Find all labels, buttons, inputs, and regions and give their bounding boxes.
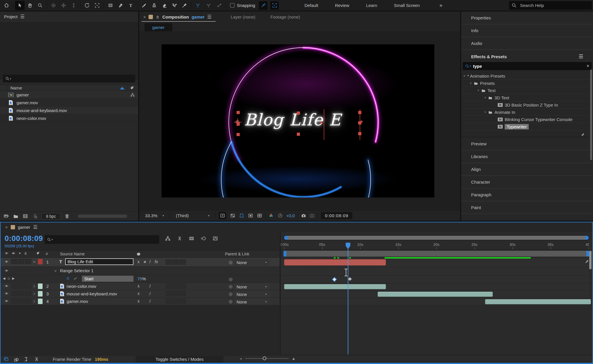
channel-rgb-icon[interactable] <box>268 213 274 218</box>
quality-icon[interactable]: / <box>149 299 151 303</box>
selection-handle[interactable] <box>297 111 300 115</box>
parent-dropdown[interactable]: None▾ <box>234 299 269 305</box>
zoom-slider-knob[interactable] <box>263 356 266 360</box>
layer-duration-bar[interactable] <box>485 299 591 304</box>
panel-header-properties[interactable]: Properties <box>461 12 593 24</box>
panel-menu-icon[interactable]: ☰ <box>579 54 583 60</box>
axis-mode-local-axis[interactable] <box>193 1 203 10</box>
tab-layer[interactable]: Layer (none) <box>231 14 255 19</box>
snapping-checkbox[interactable] <box>230 3 235 8</box>
show-snapshot-icon[interactable] <box>309 213 315 218</box>
collapse-icon[interactable] <box>143 260 147 264</box>
tool-puppet-pin[interactable] <box>180 1 189 10</box>
panel-header-paragraph[interactable]: Paragraph <box>461 189 593 201</box>
graph-editor-icon[interactable] <box>213 236 218 241</box>
zoom-in-mountain-icon[interactable]: ▲ <box>292 356 296 361</box>
mask-visibility-icon[interactable] <box>239 213 244 218</box>
timeline-timecode[interactable]: 0:00:08:09 <box>5 234 43 243</box>
pick-whip-icon[interactable]: ◎ <box>229 260 233 265</box>
layer-name-edit[interactable] <box>65 258 133 265</box>
exposure-value[interactable]: +0,0 <box>286 213 295 218</box>
panel-header-libraries[interactable]: Libraries <box>461 150 593 163</box>
new-preset-corner-icon[interactable] <box>579 131 585 136</box>
horizontal-scrollbar[interactable] <box>78 215 127 218</box>
workspace-tab-review[interactable]: Review <box>327 3 357 8</box>
panel-header-info[interactable]: Info <box>461 24 593 37</box>
proxy-icon[interactable] <box>32 213 38 219</box>
workspace-tab-small-screen[interactable]: Small Screen <box>387 3 427 8</box>
time-ruler[interactable]: 0:00s05s10s15s20s25s30s35s40s <box>281 242 589 250</box>
workspace-overflow-button[interactable]: » <box>440 2 442 8</box>
frame-blend-icon[interactable] <box>189 236 194 241</box>
chevron-down-icon[interactable]: ˅ <box>470 82 472 85</box>
interpret-footage-icon[interactable] <box>3 213 9 219</box>
speaker-icon[interactable] <box>12 251 15 255</box>
tool-rectangle[interactable] <box>106 1 115 10</box>
start-value[interactable]: 75% <box>137 276 146 281</box>
cube-icon[interactable] <box>137 252 140 256</box>
tool-pan-camera[interactable] <box>59 1 68 10</box>
zoom-out-mountain-icon[interactable]: ▲ <box>240 357 242 360</box>
timeline-search[interactable]: ▾ <box>45 235 159 244</box>
quality-icon[interactable]: / <box>149 284 151 288</box>
start-property-label[interactable]: Start <box>82 276 133 282</box>
tab-composition[interactable]: × Composition gamer ☰ <box>139 12 216 22</box>
selection-handle[interactable] <box>358 111 361 114</box>
parent-link-column[interactable]: Parent & Link <box>225 252 249 256</box>
tool-roto-brush[interactable] <box>170 1 179 10</box>
project-item-row[interactable]: gamer <box>0 91 138 99</box>
property-graph-icon[interactable] <box>74 277 77 280</box>
panel-header-align[interactable]: Align <box>461 163 593 176</box>
selection-handle[interactable] <box>237 133 240 136</box>
tool-camera[interactable] <box>92 1 102 10</box>
next-keyframe-icon[interactable]: ▶ <box>12 277 14 280</box>
selection-handle[interactable] <box>237 111 240 114</box>
resolution-dropdown[interactable]: (Third)▾ <box>173 212 213 220</box>
timeline-zoom-slider[interactable]: ▲ ▲ <box>240 356 296 361</box>
layer-row-1[interactable]: 1 T / fx ◎ None▾ <box>1 258 279 267</box>
panel-header-audio[interactable]: Audio <box>461 37 593 50</box>
panel-menu-icon[interactable]: ☰ <box>33 224 37 230</box>
chevron-down-icon[interactable] <box>32 260 36 264</box>
shy-icon[interactable] <box>137 260 140 264</box>
shy-icon[interactable] <box>34 356 39 362</box>
chevron-down-icon[interactable]: ˅ <box>477 89 479 92</box>
graph-row[interactable] <box>281 267 589 276</box>
vertical-scrollbar[interactable] <box>590 69 592 160</box>
tree-item-blinking-cursor-typewriter-console[interactable]: fxBlinking Cursor Typewriter Console <box>461 116 589 123</box>
panel-header-preview[interactable]: Preview <box>461 138 593 150</box>
project-column-header[interactable]: Name <box>0 85 138 91</box>
project-item-row[interactable]: mouse-and-keyboard.mov <box>0 107 138 114</box>
quality-icon[interactable]: / <box>149 291 151 296</box>
tool-dolly-camera[interactable] <box>69 1 78 10</box>
venn-icon[interactable] <box>14 356 19 362</box>
canvas-title-text[interactable]: Blog Life E <box>162 110 429 129</box>
project-item-row[interactable]: gamer.mov <box>0 99 138 107</box>
tree-item-3d-text[interactable]: ˅3D Text <box>461 94 589 101</box>
bit-depth-button[interactable]: 8 bpc <box>42 213 60 220</box>
shy-icon[interactable] <box>137 284 140 288</box>
stopwatch-icon[interactable] <box>66 277 70 280</box>
comp-flowchart-icon[interactable] <box>130 93 135 97</box>
layer-row-4[interactable]: 4 gamer.mov / ◎ None▾ <box>1 298 279 305</box>
grid-guides-icon[interactable] <box>257 213 262 218</box>
layer-duration-bar[interactable] <box>284 259 386 266</box>
chevron-right-icon[interactable] <box>32 299 36 303</box>
tool-zoom[interactable] <box>35 1 45 10</box>
tool-stamp[interactable] <box>149 1 159 10</box>
tool-hand[interactable] <box>25 1 35 10</box>
panel-header-character[interactable]: Character <box>461 176 593 189</box>
tool-brush[interactable] <box>139 1 149 10</box>
region-of-interest-icon[interactable] <box>248 213 253 218</box>
quality-icon[interactable]: / <box>149 259 151 264</box>
tree-item-typewriter[interactable]: fxTypewriter <box>461 123 589 130</box>
tool-selection[interactable] <box>15 1 25 10</box>
clear-search-icon[interactable]: × <box>587 63 589 69</box>
motion-blur-icon[interactable] <box>201 236 206 241</box>
tool-pen[interactable] <box>116 1 125 10</box>
project-item-row[interactable]: neon-color.mov <box>0 114 138 122</box>
timeline-horizontal-scrollbar[interactable] <box>283 235 589 240</box>
selection-handle[interactable] <box>358 132 361 135</box>
help-search-input[interactable] <box>519 3 577 8</box>
pick-whip-icon[interactable]: ◎ <box>229 277 233 282</box>
